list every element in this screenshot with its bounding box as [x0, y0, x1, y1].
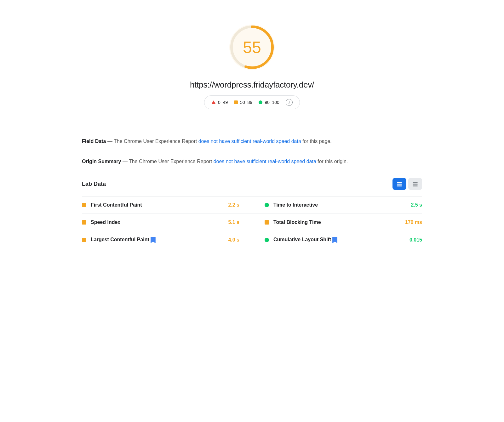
fcp-name: First Contentful Paint	[91, 202, 224, 208]
origin-summary-suffix: for this origin.	[318, 159, 348, 164]
grid-view-button[interactable]	[392, 178, 406, 190]
origin-summary-description: — The Chrome User Experience Report	[123, 159, 214, 164]
pass-icon	[259, 100, 262, 104]
fail-icon	[211, 100, 216, 104]
toggle-bar-5	[413, 184, 418, 185]
metric-row-tti: Time to Interactive 2.5 s	[252, 196, 422, 214]
cls-bookmark-icon	[332, 237, 337, 243]
view-toggle	[392, 178, 422, 190]
metrics-grid: First Contentful Paint 2.2 s Time to Int…	[82, 196, 422, 249]
origin-summary-title: Origin Summary	[82, 159, 121, 164]
si-indicator	[82, 220, 86, 225]
field-data-link[interactable]: does not have sufficient real-world spee…	[198, 139, 301, 144]
tti-indicator	[265, 203, 269, 207]
score-value: 55	[243, 38, 261, 57]
tti-name: Time to Interactive	[273, 202, 406, 208]
toggle-bar-4	[413, 182, 418, 183]
legend-fail: 0–49	[211, 100, 228, 105]
metric-row-tbt: Total Blocking Time 170 ms	[252, 214, 422, 231]
lab-data-section: Lab Data First Contentful Pain	[82, 178, 422, 249]
toggle-bar-3	[397, 185, 402, 186]
toggle-bar-2	[397, 184, 402, 185]
field-data-section: Field Data — The Chrome User Experience …	[82, 132, 422, 149]
score-legend: 0–49 50–89 90–100 i	[204, 95, 300, 109]
fcp-indicator	[82, 203, 86, 207]
metric-row-fcp: First Contentful Paint 2.2 s	[82, 196, 252, 214]
si-value: 5.1 s	[228, 220, 239, 225]
toggle-bar-1	[397, 182, 402, 183]
score-section: 55 https://wordpress.fridayfactory.dev/ …	[82, 13, 422, 119]
lcp-indicator	[82, 238, 86, 242]
score-ring: 55	[227, 22, 277, 72]
tti-value: 2.5 s	[411, 202, 422, 208]
origin-summary-section: Origin Summary — The Chrome User Experie…	[82, 152, 422, 169]
fcp-value: 2.2 s	[228, 202, 239, 208]
legend-average: 50–89	[234, 100, 252, 105]
si-name: Speed Index	[91, 220, 224, 225]
average-icon	[234, 100, 238, 104]
origin-summary-link[interactable]: does not have sufficient real-world spee…	[214, 159, 316, 164]
legend-pass: 90–100	[259, 100, 279, 105]
legend-fail-range: 0–49	[218, 100, 228, 105]
lab-data-title: Lab Data	[82, 181, 106, 187]
metric-row-lcp: Largest Contentful Paint 4.0 s	[82, 231, 252, 249]
list-view-button[interactable]	[408, 178, 422, 190]
section-divider	[82, 122, 422, 122]
field-data-description: — The Chrome User Experience Report	[107, 139, 198, 144]
lcp-bookmark-icon	[151, 237, 156, 243]
lcp-name: Largest Contentful Paint	[91, 237, 224, 243]
field-data-suffix: for this page.	[302, 139, 332, 144]
cls-value: 0.015	[410, 237, 422, 243]
legend-average-range: 50–89	[240, 100, 252, 105]
lcp-value: 4.0 s	[228, 237, 239, 243]
legend-pass-range: 90–100	[265, 100, 279, 105]
field-data-title: Field Data	[82, 139, 106, 144]
tbt-indicator	[265, 220, 269, 225]
toggle-bar-6	[413, 185, 418, 186]
cls-indicator	[265, 238, 269, 242]
metric-row-si: Speed Index 5.1 s	[82, 214, 252, 231]
tbt-value: 170 ms	[405, 220, 422, 225]
score-url: https://wordpress.fridayfactory.dev/	[190, 80, 314, 90]
cls-name: Cumulative Layout Shift	[273, 237, 405, 243]
lab-data-header: Lab Data	[82, 178, 422, 190]
metric-row-cls: Cumulative Layout Shift 0.015	[252, 231, 422, 249]
info-button[interactable]: i	[286, 99, 293, 106]
tbt-name: Total Blocking Time	[273, 220, 401, 225]
